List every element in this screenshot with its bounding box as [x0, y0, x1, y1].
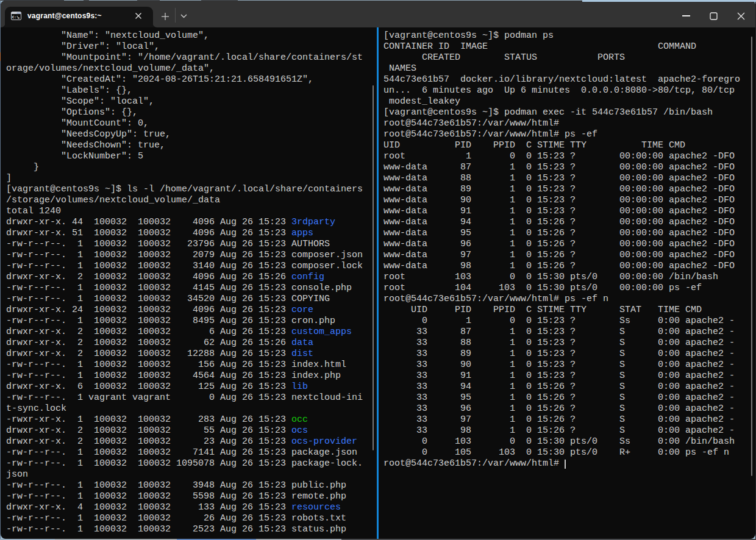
svg-text:C:\: C:\	[12, 15, 19, 20]
